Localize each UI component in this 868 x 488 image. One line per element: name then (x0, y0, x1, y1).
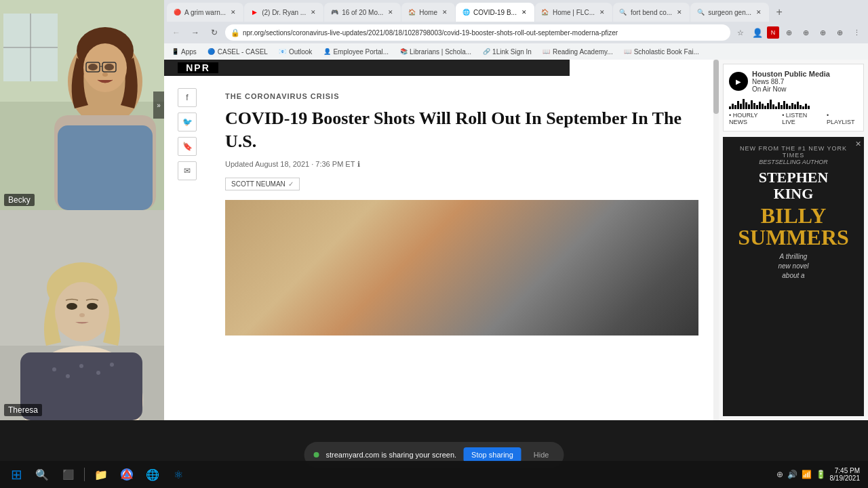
browser-extension-1[interactable]: N (767, 26, 779, 39)
video-panel: Becky » (0, 0, 164, 420)
tab-4-label: Home (419, 9, 437, 16)
hide-notification-button[interactable]: Hide (528, 447, 555, 462)
task-view-button[interactable]: ⬛ (56, 462, 80, 487)
taskbar-time-value: 7:45 PM (835, 467, 860, 474)
screen-share-message: streamyard.com is sharing your screen. (326, 451, 457, 459)
radio-status: On Air Now (752, 85, 830, 93)
tab-6-close[interactable]: ✕ (597, 7, 607, 17)
tab-4[interactable]: 🏠 Home ✕ (401, 3, 455, 22)
email-share-icon[interactable]: ✉ (178, 161, 197, 180)
svg-point-33 (110, 363, 114, 367)
chrome-button[interactable] (115, 462, 139, 487)
reload-button[interactable]: ↻ (206, 24, 222, 41)
browser-extension-5[interactable]: ⊕ (832, 25, 847, 40)
stop-sharing-button[interactable]: Stop sharing (463, 447, 521, 462)
bookmark-scholastic[interactable]: 📖 Scholastic Book Fai... (621, 45, 702, 58)
tab-1-close[interactable]: ✕ (229, 7, 238, 17)
scrollbar-thumb[interactable] (713, 60, 719, 114)
tab-8-favicon: 🔍 (696, 7, 705, 17)
tab-2[interactable]: ▶ (2) Dr. Ryan ... ✕ (244, 3, 323, 22)
tray-icon-1[interactable]: ⊕ (776, 470, 783, 479)
tab-5-active[interactable]: 🌐 COVID-19 B... ✕ (456, 3, 534, 22)
outlook-favicon: 📧 (279, 47, 287, 56)
tray-icon-4[interactable]: 🔋 (816, 470, 826, 479)
tab-5-close[interactable]: ✕ (519, 7, 529, 17)
svg-rect-39 (422, 236, 564, 251)
becky-video-feed (0, 0, 164, 210)
playlist-link[interactable]: PLAYLIST (827, 112, 858, 125)
tab-7[interactable]: 🔍 fort bend co... ✕ (613, 3, 690, 22)
bookmark-icon[interactable]: 🔖 (178, 137, 197, 156)
tab-1[interactable]: 🔴 A grim warn... ✕ (167, 3, 243, 22)
facebook-share-icon[interactable]: f (178, 88, 197, 107)
video-box-theresa: Theresa (0, 210, 164, 420)
author-name: SCOTT NEUMAN (231, 180, 285, 188)
bookmark-casel[interactable]: 🔵 CASEL - CASEL (205, 45, 271, 58)
vs-code-button[interactable]: ⚛ (166, 462, 191, 487)
taskbar-divider-1 (84, 468, 85, 481)
browser-extension-2[interactable]: ⊕ (781, 25, 796, 40)
tab-6[interactable]: 🏠 Home | FLC... ✕ (535, 3, 612, 22)
author-tag[interactable]: SCOTT NEUMAN ✓ (225, 178, 300, 190)
svg-point-13 (104, 64, 114, 70)
back-button[interactable]: ← (168, 24, 184, 41)
browser-extension-4[interactable]: ⊕ (815, 25, 830, 40)
browser-extension-3[interactable]: ⊕ (798, 25, 813, 40)
radio-header: ▶ Houston Public Media News 88.7 On Air … (729, 70, 858, 93)
browser-profile-icon[interactable]: 👤 (750, 25, 765, 40)
bookmark-reading-academy[interactable]: 📖 Reading Academy... (540, 45, 616, 58)
tab-4-close[interactable]: ✕ (440, 7, 450, 17)
tab-1-label: A grim warn... (184, 9, 226, 16)
new-tab-button[interactable]: + (770, 3, 789, 22)
tab-8-close[interactable]: ✕ (754, 7, 764, 17)
browser-menu-button[interactable]: ⋮ (849, 25, 864, 40)
tab-7-close[interactable]: ✕ (675, 7, 684, 17)
svg-rect-43 (438, 239, 501, 249)
theresa-video-feed (0, 210, 164, 420)
radio-waveform (729, 96, 858, 109)
edge-button[interactable]: 🌐 (140, 462, 165, 487)
address-bar[interactable]: 🔒 npr.org/sections/coronavirus-live-upda… (225, 24, 730, 41)
bookmark-star-icon[interactable]: ☆ (733, 25, 748, 40)
file-explorer-button[interactable]: 📁 (89, 462, 113, 487)
bookmark-outlook[interactable]: 📧 Outlook (276, 45, 315, 58)
tab-8[interactable]: 🔍 surgeon gen... ✕ (690, 3, 769, 22)
radio-play-button[interactable]: ▶ (729, 72, 748, 91)
tab-2-label: (2) Dr. Ryan ... (262, 9, 306, 16)
ad-widget[interactable]: ✕ NEW FROM THE #1 NEW YORK TIMES BESTSEL… (723, 137, 864, 416)
tab-3[interactable]: 🎮 16 of 20 Mo... ✕ (324, 3, 401, 22)
bookmark-1link[interactable]: 🔗 1Link Sign In (479, 45, 534, 58)
apps-favicon: 📱 (171, 47, 179, 56)
video-panel-toggle[interactable]: » (153, 92, 164, 119)
twitter-share-icon[interactable]: 🐦 (178, 113, 197, 131)
bookmark-librarians[interactable]: 📚 Librarians | Schola... (397, 45, 474, 58)
bookmark-apps[interactable]: 📱 Apps (168, 45, 199, 58)
tab-bar: 🔴 A grim warn... ✕ ▶ (2) Dr. Ryan ... ✕ … (164, 0, 868, 22)
apps-label: Apps (181, 48, 197, 56)
article-title: COVID-19 Booster Shots Will Roll Out In … (225, 107, 698, 153)
browser-scrollbar[interactable] (713, 60, 719, 420)
tab-3-favicon: 🎮 (330, 7, 339, 17)
tab-6-label: Home | FLC... (553, 9, 595, 16)
svg-rect-38 (367, 205, 588, 336)
tray-icon-3[interactable]: 📶 (802, 470, 812, 479)
tab-3-close[interactable]: ✕ (386, 7, 395, 17)
svg-point-31 (79, 364, 83, 368)
svg-rect-16 (58, 125, 153, 210)
ad-book-title: BILLY SUMMERS (738, 205, 849, 248)
tray-icon-2[interactable]: 🔊 (787, 470, 797, 479)
tab-2-close[interactable]: ✕ (309, 7, 318, 17)
social-sidebar: f 🐦 🔖 ✉ (178, 88, 197, 180)
listen-live-link[interactable]: LISTEN LIVE (782, 112, 821, 125)
windows-start-button[interactable]: ⊞ (4, 462, 28, 487)
svg-point-44 (351, 228, 446, 306)
portal-favicon: 👤 (323, 47, 331, 56)
tab-2-favicon: ▶ (250, 7, 259, 17)
ad-close-button[interactable]: ✕ (855, 140, 861, 148)
bookmark-employee-portal[interactable]: 👤 Employee Portal... (320, 45, 391, 58)
svg-point-26 (87, 303, 98, 310)
forward-button[interactable]: → (187, 24, 203, 41)
hourly-news-link[interactable]: HOURLY NEWS (729, 112, 776, 125)
search-button[interactable]: 🔍 (30, 462, 54, 487)
becky-label: Becky (4, 194, 35, 206)
